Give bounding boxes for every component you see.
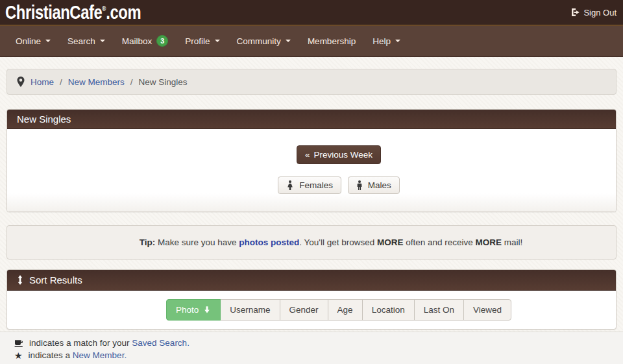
- females-button[interactable]: Females: [278, 176, 341, 194]
- male-icon: [356, 180, 363, 190]
- tip-text: often and receive: [403, 237, 475, 247]
- females-label: Females: [299, 180, 333, 190]
- nav-label: Profile: [185, 36, 210, 46]
- sort-gender-button[interactable]: Gender: [280, 299, 328, 321]
- nav-label: Search: [67, 36, 95, 46]
- breadcrumb-separator: /: [60, 77, 62, 87]
- new-member-link[interactable]: New Member.: [73, 350, 127, 360]
- nav-label: Help: [373, 36, 391, 46]
- nav-item-help[interactable]: Help: [364, 26, 409, 56]
- legend-new-member-row: ★ indicates a New Member.: [14, 349, 617, 361]
- new-singles-panel: New Singles « Previous Week Females: [6, 109, 617, 212]
- legend-text: indicates a New Member.: [29, 349, 127, 361]
- males-label: Males: [368, 180, 391, 190]
- registered-mark: ®: [102, 5, 106, 12]
- caret-down-icon: [100, 40, 105, 42]
- tip-label: Tip:: [140, 237, 156, 247]
- previous-week-label: Previous Week: [313, 150, 373, 160]
- sort-username-button[interactable]: Username: [220, 299, 280, 321]
- males-button[interactable]: Males: [348, 176, 400, 194]
- nav-item-profile[interactable]: Profile: [177, 26, 228, 56]
- breadcrumb-home[interactable]: Home: [31, 77, 54, 87]
- nav-label: Membership: [308, 36, 356, 46]
- sort-photo-button[interactable]: Photo: [166, 299, 221, 321]
- nav-item-membership[interactable]: Membership: [299, 26, 364, 56]
- nav-item-search[interactable]: Search: [59, 26, 114, 56]
- caret-down-icon: [395, 40, 400, 42]
- sign-out-icon: [570, 8, 580, 17]
- sort-laston-button[interactable]: Last On: [414, 299, 464, 321]
- tip-banner: Tip: Make sure you have photos posted. Y…: [6, 225, 617, 260]
- legend-prefix: indicates a: [29, 350, 73, 360]
- coffee-cup-icon: [14, 339, 23, 348]
- breadcrumb-separator: /: [130, 77, 133, 87]
- sort-location-button[interactable]: Location: [362, 299, 415, 321]
- sort-arrows-icon: [17, 275, 23, 285]
- nav-item-online[interactable]: Online: [7, 26, 59, 56]
- caret-down-icon: [286, 40, 291, 42]
- breadcrumb: Home / New Members / New Singles: [6, 69, 617, 95]
- sort-button-group: Photo Username Gender Age Location Last …: [166, 299, 511, 321]
- brand-tld: .com: [106, 2, 141, 23]
- double-chevron-left-icon: «: [305, 150, 310, 160]
- top-header: ChristianCafe®.com Sign Out: [0, 0, 623, 26]
- legend: indicates a match for your Saved Search.…: [0, 332, 623, 364]
- sort-viewed-button[interactable]: Viewed: [463, 299, 511, 321]
- legend-saved-search-row: indicates a match for your Saved Search.: [14, 337, 617, 349]
- legend-prefix: indicates a match for your: [29, 338, 132, 348]
- caret-down-icon: [215, 40, 220, 42]
- legend-text: indicates a match for your Saved Search.: [29, 337, 189, 349]
- breadcrumb-new-members[interactable]: New Members: [68, 77, 125, 87]
- tip-text: mail!: [502, 237, 522, 247]
- saved-search-link[interactable]: Saved Search.: [132, 338, 189, 348]
- site-logo[interactable]: ChristianCafe®.com: [5, 3, 141, 22]
- previous-week-button[interactable]: « Previous Week: [297, 145, 381, 164]
- sort-buttons-body: Photo Username Gender Age Location Last …: [7, 291, 616, 329]
- nav-label: Online: [16, 36, 41, 46]
- brand-name: ChristianCafe: [5, 2, 102, 23]
- sort-age-button[interactable]: Age: [328, 299, 363, 321]
- breadcrumb-current: New Singles: [139, 77, 188, 87]
- panel-title: Sort Results: [29, 274, 82, 285]
- sign-out-label: Sign Out: [583, 8, 617, 18]
- nav-label: Community: [237, 36, 281, 46]
- nav-item-community[interactable]: Community: [228, 26, 299, 56]
- arrow-down-icon: [203, 306, 211, 314]
- female-icon: [286, 180, 294, 190]
- star-icon: ★: [14, 351, 23, 360]
- tip-emphasis: MORE: [377, 237, 404, 247]
- new-singles-body: « Previous Week Females Males: [7, 129, 616, 212]
- photos-posted-link[interactable]: photos posted: [239, 237, 299, 247]
- sort-results-panel: Sort Results Photo Username Gender Age L…: [6, 269, 617, 330]
- tip-text: . You'll get browsed: [299, 237, 377, 247]
- main-nav: Online Search Mailbox 3 Profile Communit…: [0, 26, 623, 57]
- caret-down-icon: [45, 40, 51, 42]
- new-singles-heading: New Singles: [7, 110, 616, 129]
- sort-results-heading: Sort Results: [7, 270, 616, 291]
- nav-label: Mailbox: [122, 36, 153, 46]
- nav-item-mailbox[interactable]: Mailbox 3: [114, 26, 177, 56]
- sign-out-link[interactable]: Sign Out: [570, 8, 617, 18]
- location-marker-icon: [17, 77, 25, 87]
- tip-text: Make sure you have: [155, 237, 239, 247]
- tip-emphasis: MORE: [476, 237, 502, 247]
- sort-photo-label: Photo: [176, 305, 199, 315]
- mailbox-unread-badge: 3: [156, 35, 168, 47]
- panel-title: New Singles: [17, 114, 71, 125]
